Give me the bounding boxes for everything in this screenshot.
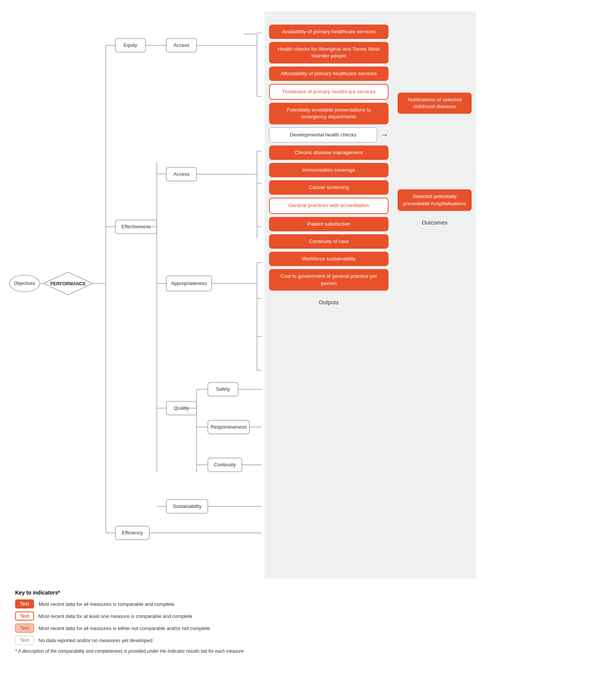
outcome-childhood-diseases: Notifications of selected childhood dise… bbox=[398, 93, 472, 114]
outcomes-label: Outcomes bbox=[398, 217, 472, 226]
svg-rect-8 bbox=[115, 39, 145, 52]
svg-text:Quality: Quality bbox=[174, 405, 189, 411]
key-row-1: Text Most recent data for all measures i… bbox=[15, 599, 601, 608]
outcome-preventable-hosp: Selected potentially preventable hospita… bbox=[398, 189, 472, 211]
output-patient-satisfaction: Patient satisfaction bbox=[269, 217, 388, 231]
outputs-label: Outputs bbox=[269, 297, 388, 305]
svg-text:Effectiveness: Effectiveness bbox=[121, 224, 151, 229]
svg-text:Sustainability: Sustainability bbox=[173, 503, 202, 509]
svg-rect-62 bbox=[166, 500, 208, 513]
key-row-3: Text Most recent data for all measures i… bbox=[15, 624, 601, 633]
svg-point-2 bbox=[9, 275, 40, 292]
key-title: Key to indicators* bbox=[15, 590, 601, 596]
output-timeliness: Timeliness of primary healthcare service… bbox=[269, 84, 388, 100]
svg-rect-33 bbox=[166, 276, 212, 291]
output-continuity-care: Continuity of care bbox=[269, 234, 388, 249]
key-box-empty: Text bbox=[15, 636, 34, 645]
svg-rect-11 bbox=[166, 39, 197, 52]
output-developmental: Developmental health checks bbox=[269, 127, 377, 142]
svg-rect-47 bbox=[208, 382, 238, 396]
outcomes-section: Notifications of selected childhood dise… bbox=[393, 11, 476, 578]
svg-text:Appropriateness: Appropriateness bbox=[171, 280, 207, 286]
key-footnote: * A description of the comparability and… bbox=[15, 649, 601, 654]
svg-rect-52 bbox=[208, 420, 249, 434]
svg-text:Continuity: Continuity bbox=[214, 462, 236, 468]
svg-text:Access: Access bbox=[173, 171, 189, 177]
main-container: PERFORMANCE Objectives Equi bbox=[0, 0, 616, 669]
svg-text:Responsiveness: Responsiveness bbox=[210, 424, 247, 430]
output-cancer: Cancer screening bbox=[269, 180, 388, 195]
svg-text:Objectives: Objectives bbox=[14, 281, 35, 286]
output-availability: Availability of primary healthcare servi… bbox=[269, 25, 388, 39]
diagram-area: PERFORMANCE Objectives Equi bbox=[8, 11, 608, 578]
svg-text:Access: Access bbox=[173, 42, 189, 48]
svg-text:PERFORMANCE: PERFORMANCE bbox=[50, 281, 86, 286]
svg-text:Efficiency: Efficiency bbox=[122, 530, 143, 536]
svg-rect-57 bbox=[208, 458, 242, 472]
outputs-section: Availability of primary healthcare servi… bbox=[265, 11, 393, 578]
output-workforce: Workforce sustainability bbox=[269, 252, 388, 266]
key-row-2: Text Most recent data for at least one m… bbox=[15, 611, 601, 621]
svg-text:Safety: Safety bbox=[216, 386, 230, 392]
output-affordability: Affordability of primary healthcare serv… bbox=[269, 67, 388, 81]
svg-rect-42 bbox=[166, 401, 197, 415]
key-box-outline: Text bbox=[15, 611, 34, 621]
svg-marker-0 bbox=[43, 272, 93, 295]
key-section: Key to indicators* Text Most recent data… bbox=[8, 590, 608, 654]
key-box-light: Text bbox=[15, 624, 34, 633]
output-avoidable: Potentially avoidable presentations to e… bbox=[269, 103, 388, 124]
output-chronic: Chronic disease management bbox=[269, 146, 388, 160]
svg-rect-25 bbox=[166, 167, 197, 181]
arrow-icon: → bbox=[380, 130, 388, 140]
output-health-checks: Health checks for Aboriginal and Torres … bbox=[269, 42, 388, 63]
key-row-4: Text No data reported and/or no measures… bbox=[15, 636, 601, 645]
svg-text:Equity: Equity bbox=[124, 42, 138, 48]
output-gp-accreditation: General practices with accreditation bbox=[269, 198, 388, 214]
svg-rect-20 bbox=[115, 220, 157, 234]
key-box-full: Text bbox=[15, 599, 34, 608]
output-cost-gov: Cost to government of general practice p… bbox=[269, 269, 388, 290]
output-immunisation: Immunisation coverage bbox=[269, 163, 388, 177]
tree-section: PERFORMANCE Objectives Equi bbox=[8, 11, 265, 578]
svg-rect-67 bbox=[115, 526, 149, 540]
tree-lines-svg: PERFORMANCE Objectives Equi bbox=[8, 11, 265, 574]
